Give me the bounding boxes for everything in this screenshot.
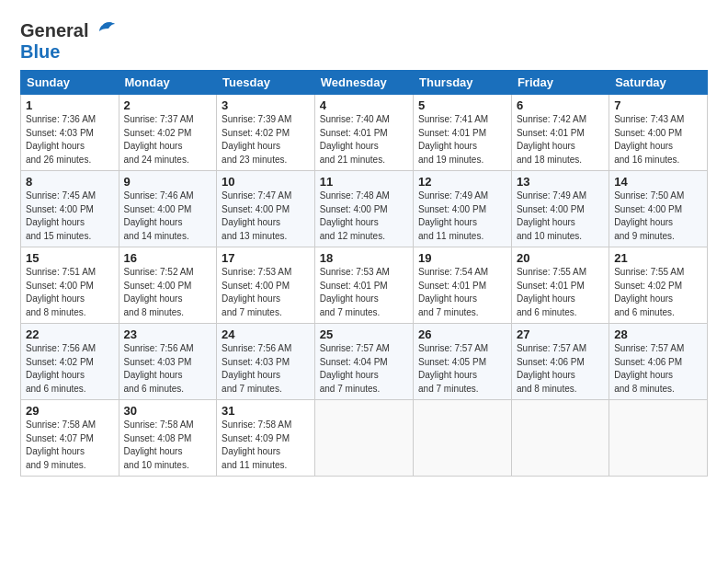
calendar-week-2: 8 Sunrise: 7:45 AM Sunset: 4:00 PM Dayli…: [21, 171, 708, 247]
calendar-cell: [609, 400, 708, 477]
weekday-header-saturday: Saturday: [609, 71, 708, 95]
logo-bird-icon: [90, 21, 116, 41]
calendar-cell: 4 Sunrise: 7:40 AM Sunset: 4:01 PM Dayli…: [314, 95, 413, 171]
day-number: 7: [614, 98, 702, 112]
calendar-cell: 23 Sunrise: 7:56 AM Sunset: 4:03 PM Dayl…: [119, 324, 217, 400]
day-info: Sunrise: 7:43 AM Sunset: 4:00 PM Dayligh…: [614, 113, 702, 167]
day-number: 16: [124, 251, 212, 265]
day-number: 13: [517, 175, 604, 189]
calendar-cell: 9 Sunrise: 7:46 AM Sunset: 4:00 PM Dayli…: [119, 171, 217, 247]
day-number: 4: [320, 98, 408, 112]
day-info: Sunrise: 7:57 AM Sunset: 4:05 PM Dayligh…: [418, 342, 506, 396]
calendar-cell: 30 Sunrise: 7:58 AM Sunset: 4:08 PM Dayl…: [119, 400, 217, 477]
logo-blue-text: Blue: [20, 41, 60, 63]
calendar-table: SundayMondayTuesdayWednesdayThursdayFrid…: [20, 70, 708, 477]
day-number: 1: [26, 98, 114, 112]
day-info: Sunrise: 7:40 AM Sunset: 4:01 PM Dayligh…: [320, 113, 408, 167]
logo: General Blue: [20, 20, 116, 63]
calendar-cell: 22 Sunrise: 7:56 AM Sunset: 4:02 PM Dayl…: [21, 324, 119, 400]
day-info: Sunrise: 7:46 AM Sunset: 4:00 PM Dayligh…: [124, 190, 212, 243]
day-info: Sunrise: 7:42 AM Sunset: 4:01 PM Dayligh…: [517, 113, 604, 167]
day-number: 18: [320, 251, 408, 265]
day-info: Sunrise: 7:55 AM Sunset: 4:02 PM Dayligh…: [614, 266, 702, 319]
calendar-cell: 16 Sunrise: 7:52 AM Sunset: 4:00 PM Dayl…: [119, 247, 217, 324]
calendar-cell: 29 Sunrise: 7:58 AM Sunset: 4:07 PM Dayl…: [21, 400, 119, 477]
day-info: Sunrise: 7:57 AM Sunset: 4:04 PM Dayligh…: [320, 342, 408, 396]
day-info: Sunrise: 7:39 AM Sunset: 4:02 PM Dayligh…: [222, 113, 310, 167]
weekday-header-monday: Monday: [119, 71, 217, 95]
calendar-week-5: 29 Sunrise: 7:58 AM Sunset: 4:07 PM Dayl…: [21, 400, 708, 477]
calendar-cell: 26 Sunrise: 7:57 AM Sunset: 4:05 PM Dayl…: [414, 324, 512, 400]
day-info: Sunrise: 7:41 AM Sunset: 4:01 PM Dayligh…: [418, 113, 506, 167]
day-number: 14: [614, 175, 702, 189]
calendar-cell: 21 Sunrise: 7:55 AM Sunset: 4:02 PM Dayl…: [609, 247, 708, 324]
calendar-cell: [511, 400, 609, 477]
calendar-cell: 31 Sunrise: 7:58 AM Sunset: 4:09 PM Dayl…: [217, 400, 315, 477]
calendar-cell: 28 Sunrise: 7:57 AM Sunset: 4:06 PM Dayl…: [609, 324, 708, 400]
day-info: Sunrise: 7:57 AM Sunset: 4:06 PM Dayligh…: [517, 342, 604, 396]
day-info: Sunrise: 7:56 AM Sunset: 4:03 PM Dayligh…: [222, 342, 310, 396]
calendar-week-3: 15 Sunrise: 7:51 AM Sunset: 4:00 PM Dayl…: [21, 247, 708, 324]
day-number: 20: [517, 251, 604, 265]
day-info: Sunrise: 7:55 AM Sunset: 4:01 PM Dayligh…: [517, 266, 604, 319]
day-number: 25: [320, 327, 408, 341]
day-info: Sunrise: 7:53 AM Sunset: 4:00 PM Dayligh…: [222, 266, 310, 319]
day-number: 17: [222, 251, 310, 265]
weekday-header-friday: Friday: [511, 71, 609, 95]
calendar-cell: 13 Sunrise: 7:49 AM Sunset: 4:00 PM Dayl…: [511, 171, 609, 247]
day-info: Sunrise: 7:36 AM Sunset: 4:03 PM Dayligh…: [26, 113, 114, 167]
day-number: 29: [26, 404, 114, 418]
day-number: 23: [124, 327, 212, 341]
calendar-cell: 5 Sunrise: 7:41 AM Sunset: 4:01 PM Dayli…: [414, 95, 512, 171]
calendar-cell: 25 Sunrise: 7:57 AM Sunset: 4:04 PM Dayl…: [314, 324, 413, 400]
day-number: 15: [26, 251, 114, 265]
day-number: 27: [517, 327, 604, 341]
day-number: 3: [222, 98, 310, 112]
day-number: 19: [418, 251, 506, 265]
calendar-cell: 27 Sunrise: 7:57 AM Sunset: 4:06 PM Dayl…: [511, 324, 609, 400]
calendar-week-4: 22 Sunrise: 7:56 AM Sunset: 4:02 PM Dayl…: [21, 324, 708, 400]
day-number: 31: [222, 404, 310, 418]
day-info: Sunrise: 7:51 AM Sunset: 4:00 PM Dayligh…: [26, 266, 114, 319]
header: General Blue: [20, 17, 708, 63]
day-number: 30: [124, 404, 212, 418]
day-info: Sunrise: 7:37 AM Sunset: 4:02 PM Dayligh…: [124, 113, 212, 167]
weekday-header-sunday: Sunday: [21, 71, 119, 95]
weekday-header-tuesday: Tuesday: [217, 71, 315, 95]
day-number: 28: [614, 327, 702, 341]
calendar-cell: 24 Sunrise: 7:56 AM Sunset: 4:03 PM Dayl…: [217, 324, 315, 400]
weekday-header-row: SundayMondayTuesdayWednesdayThursdayFrid…: [21, 71, 708, 95]
day-number: 21: [614, 251, 702, 265]
calendar-cell: 20 Sunrise: 7:55 AM Sunset: 4:01 PM Dayl…: [511, 247, 609, 324]
day-info: Sunrise: 7:50 AM Sunset: 4:00 PM Dayligh…: [614, 190, 702, 243]
calendar-cell: 10 Sunrise: 7:47 AM Sunset: 4:00 PM Dayl…: [217, 171, 315, 247]
day-info: Sunrise: 7:56 AM Sunset: 4:03 PM Dayligh…: [124, 342, 212, 396]
day-number: 12: [418, 175, 506, 189]
calendar-cell: 2 Sunrise: 7:37 AM Sunset: 4:02 PM Dayli…: [119, 95, 217, 171]
calendar-cell: 18 Sunrise: 7:53 AM Sunset: 4:01 PM Dayl…: [314, 247, 413, 324]
day-info: Sunrise: 7:58 AM Sunset: 4:07 PM Dayligh…: [26, 419, 114, 472]
day-info: Sunrise: 7:49 AM Sunset: 4:00 PM Dayligh…: [418, 190, 506, 243]
day-number: 26: [418, 327, 506, 341]
calendar-cell: 17 Sunrise: 7:53 AM Sunset: 4:00 PM Dayl…: [217, 247, 315, 324]
day-number: 6: [517, 98, 604, 112]
day-number: 2: [124, 98, 212, 112]
calendar-cell: 14 Sunrise: 7:50 AM Sunset: 4:00 PM Dayl…: [609, 171, 708, 247]
calendar-cell: 3 Sunrise: 7:39 AM Sunset: 4:02 PM Dayli…: [217, 95, 315, 171]
calendar-cell: 7 Sunrise: 7:43 AM Sunset: 4:00 PM Dayli…: [609, 95, 708, 171]
day-info: Sunrise: 7:48 AM Sunset: 4:00 PM Dayligh…: [320, 190, 408, 243]
day-number: 22: [26, 327, 114, 341]
day-info: Sunrise: 7:58 AM Sunset: 4:09 PM Dayligh…: [222, 419, 310, 472]
weekday-header-wednesday: Wednesday: [314, 71, 413, 95]
day-info: Sunrise: 7:58 AM Sunset: 4:08 PM Dayligh…: [124, 419, 212, 472]
day-number: 8: [26, 175, 114, 189]
calendar-cell: [414, 400, 512, 477]
day-info: Sunrise: 7:47 AM Sunset: 4:00 PM Dayligh…: [222, 190, 310, 243]
page: General Blue SundayMondayTuesdayWednesda…: [0, 0, 728, 486]
day-info: Sunrise: 7:53 AM Sunset: 4:01 PM Dayligh…: [320, 266, 408, 319]
calendar-cell: 12 Sunrise: 7:49 AM Sunset: 4:00 PM Dayl…: [414, 171, 512, 247]
calendar-cell: 6 Sunrise: 7:42 AM Sunset: 4:01 PM Dayli…: [511, 95, 609, 171]
calendar-week-1: 1 Sunrise: 7:36 AM Sunset: 4:03 PM Dayli…: [21, 95, 708, 171]
day-info: Sunrise: 7:45 AM Sunset: 4:00 PM Dayligh…: [26, 190, 114, 243]
day-info: Sunrise: 7:56 AM Sunset: 4:02 PM Dayligh…: [26, 342, 114, 396]
